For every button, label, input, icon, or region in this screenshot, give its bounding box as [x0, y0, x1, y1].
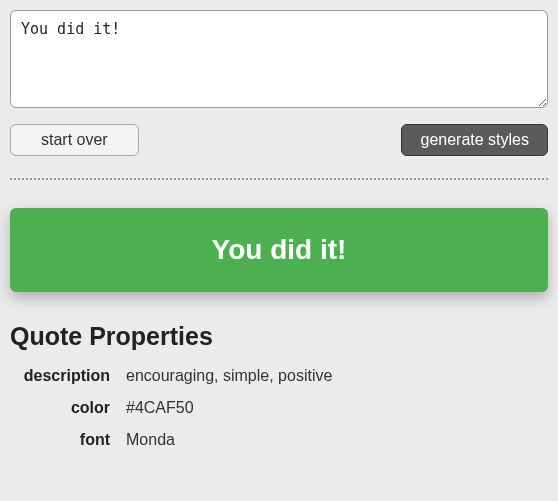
prop-label: description [10, 367, 110, 385]
start-over-button[interactable]: start over [10, 124, 139, 156]
prop-value: Monda [126, 431, 548, 449]
quote-input[interactable] [10, 10, 548, 108]
prop-label: color [10, 399, 110, 417]
properties-heading: Quote Properties [10, 322, 548, 351]
prop-value: #4CAF50 [126, 399, 548, 417]
generate-styles-button[interactable]: generate styles [401, 124, 548, 156]
prop-value: encouraging, simple, positive [126, 367, 548, 385]
section-divider [10, 178, 548, 180]
quote-preview: You did it! [10, 208, 548, 292]
prop-label: font [10, 431, 110, 449]
properties-table: description encouraging, simple, positiv… [10, 367, 548, 449]
button-row: start over generate styles [10, 124, 548, 156]
